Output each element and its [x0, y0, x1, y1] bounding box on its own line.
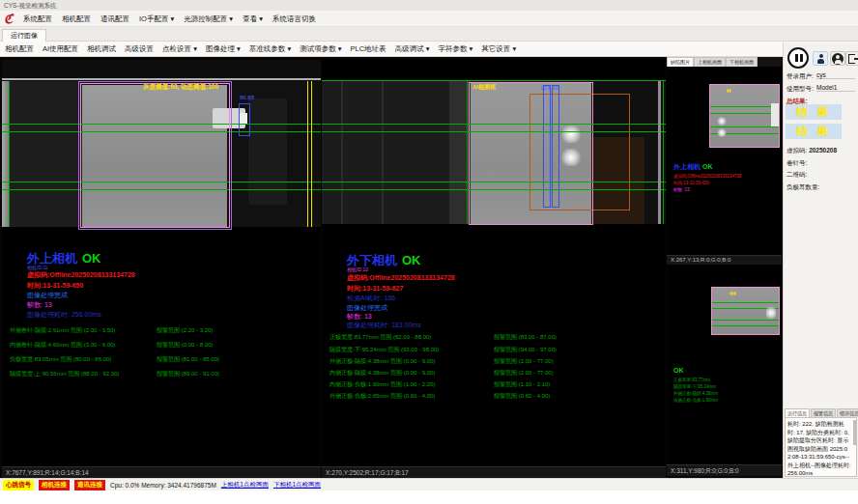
tool-camera-config[interactable]: 相机配置 [5, 44, 34, 54]
thumbnail-lower[interactable]: ▮▮▮ OK 正极宽度:83.77mm 隔膜宽度-下:95.24mm 外侧正极-… [667, 265, 782, 464]
app-window: CYS-视觉检测系统 ℭ 系统配置 相机配置 通讯配置 IO手配置 ▾ 光源控制… [0, 0, 858, 504]
measurement-row: 隔膜宽度-下:95.24mm 范围:(93.00 - 98.00)报警范围:(9… [329, 346, 639, 354]
menu-item-language[interactable]: 系统语言切换 [272, 14, 316, 24]
info-scrollbar[interactable] [853, 420, 856, 445]
result-ok: OK [402, 253, 421, 267]
info-tab-run[interactable]: 运行信息 [785, 408, 810, 417]
measurement-row: 隔膜宽度-上:90.56mm 范围:(88.00 - 92.00)报警范围:(8… [10, 370, 319, 378]
pixel-readout-thumb-lower: X:311,Y:980;R:0;G:0;B:0 [667, 464, 782, 476]
pause-button[interactable] [787, 47, 809, 69]
operator-button[interactable] [830, 51, 845, 66]
roi-rect [469, 82, 593, 225]
toolbar: 相机配置 AI使用配置 相机调试 高级设置 点检设置 ▾ 图像处理 ▾ 基准线参… [0, 42, 858, 57]
measure-line [663, 81, 664, 224]
camera-connect-badge: 相机连接 [39, 480, 70, 490]
login-user-label: 登录用户: [786, 72, 814, 81]
measurement-row: 内侧卷针-隔膜:4.60mm 范围:(3.00 - 6.00)报警范围:(0.0… [10, 341, 319, 350]
info-tab-alarm[interactable]: 报警信息 [811, 408, 836, 417]
run-info-log[interactable]: 耗时: 222, 缺陷检测耗时: 17, 缺陷分类耗时: 0, 缺陷提取分区耗时… [785, 417, 857, 477]
edge-marker-line [311, 81, 312, 227]
user-icon [817, 54, 824, 64]
window-title: CYS-视觉检测系统 [0, 0, 858, 11]
measurement-row: 外侧正极-隔膜:4.38mm 范围:(0.00 - 9.00)报警范围:(2.0… [329, 357, 639, 366]
tool-image-processing[interactable]: 图像处理 ▾ [206, 44, 241, 54]
measure-line [322, 131, 666, 132]
menu-item-view[interactable]: 查看 ▾ [243, 14, 263, 24]
thumb-tab-upper-cam[interactable]: 上相机画面 [694, 57, 726, 67]
camera-view-lower[interactable]: AI检测框 123.60 外下相机OK 相机ID:10 虚拟码:Offline2… [322, 60, 666, 466]
virtual-code: 虚拟码:Offline20250208133134728 [347, 273, 455, 283]
logout-arrow-icon [854, 58, 858, 60]
measure-line [322, 124, 666, 125]
app-logo-icon: ℭ [4, 12, 13, 27]
machine-part [10, 81, 82, 227]
cpu-memory-readout: Cpu: 0.0% Memory: 3424.41796875M [110, 482, 216, 489]
tool-char-params[interactable]: 字符参数 ▾ [438, 44, 472, 54]
menu-bar: ℭ 系统配置 相机配置 通讯配置 IO手配置 ▾ 光源控制配置 ▾ 查看 ▾ 系… [0, 11, 858, 27]
measurement-row: 内侧正极-隔膜:4.38mm 范围:(0.00 - 9.00)报警范围:(2.0… [329, 369, 639, 378]
edge-marker-line [307, 81, 308, 227]
virtual-code: 虚拟码:Offline20250208133134728 [27, 270, 135, 280]
thumb-result-ok: OK [673, 367, 684, 374]
measure-line [322, 182, 666, 182]
roi-rect [80, 83, 230, 228]
tool-plc-table[interactable]: PLC地址表 [351, 44, 386, 54]
thumb-tab-lower-cam[interactable]: 下相机画面 [726, 57, 758, 67]
machine-edge [658, 81, 661, 224]
tool-other-settings[interactable]: 其它设置 ▾ [481, 44, 516, 54]
ai-roi-annotation: AI检测框 [472, 83, 496, 92]
status-bar: 心跳信号 相机连接 通讯连接 Cpu: 0.0% Memory: 3424.41… [0, 478, 858, 490]
upper-cam-spotcheck-link[interactable]: 上相机1点检画面 [221, 481, 269, 490]
comm-connect-badge: 通讯连接 [74, 480, 105, 490]
measurement-row: 外侧正极-负极:2.65mm 范围:(0.60 - 4.00)报警范围:(0.6… [329, 392, 639, 401]
thumb-measurement: 正极宽度:83.77mm [673, 377, 710, 383]
threshold-annotation: ▮▮▮ [729, 291, 736, 295]
camera-name: 外下相机 [347, 253, 397, 267]
measure-line [710, 106, 779, 107]
tool-advanced-debug[interactable]: 高级调试 ▾ [395, 44, 430, 54]
tool-baseline-params[interactable]: 基准线参数 ▾ [249, 44, 291, 54]
value-annotation: 86.88 [240, 95, 254, 100]
info-tab-error[interactable]: 错误信息 [837, 408, 858, 417]
tab-run-image[interactable]: 运行图像 [2, 29, 46, 42]
user-button[interactable] [813, 51, 828, 66]
value-annotation: 123.60 [540, 85, 558, 91]
pause-icon [795, 54, 798, 62]
result-badge-lower: 结 果 [786, 124, 842, 139]
user-dark-icon [832, 53, 844, 65]
menu-item-system-config[interactable]: 系统配置 [23, 14, 52, 24]
tool-camera-debug[interactable]: 相机调试 [87, 44, 116, 54]
tool-ai-config[interactable]: AI使用配置 [43, 44, 78, 54]
tool-spotcheck-settings[interactable]: 点检设置 ▾ [162, 44, 197, 54]
process-time: 图像处理耗时: 183.00ms [347, 321, 421, 330]
qr-code-label: 二维码: [786, 171, 807, 180]
measurement-row: 正极宽度:83.77mm 范围:(82.00 - 88.00)报警范围:(83.… [329, 333, 639, 342]
thumb-tab-defect[interactable]: 缺陷图片 [667, 57, 694, 67]
capture-time: 时间:13-31-59-650 [27, 281, 83, 291]
measure-line [322, 189, 666, 190]
frame-count: 帧数: 13 [27, 300, 52, 310]
tab-glow-spot [717, 117, 727, 126]
result-ok: OK [82, 251, 101, 266]
detect-rect [239, 103, 250, 136]
info-tabs: 运行信息 报警信息 错误信息 [785, 408, 858, 417]
tab-glow-spot [717, 128, 727, 137]
thumb-measurement: 内侧正极-负极:1.90mm [673, 397, 718, 404]
thumbnail-upper[interactable]: ▮▮ 外上相机OK 虚拟码:Offline20250208133134728 时… [667, 67, 782, 255]
pixel-readout-thumb-upper: X:267,Y:13;R:0;G:0;B:0 [667, 255, 782, 265]
neg-tab-count-label: 负极耳数量: [786, 183, 819, 192]
threshold-annotation: ▮▮ [727, 88, 730, 93]
lower-cam-spotcheck-link[interactable]: 下相机1点检画面 [273, 481, 321, 490]
camera-view-upper[interactable]: 灰度阈值:93, 动态阈值:100 86.88 外上相机OK 相机ID:11 虚… [2, 60, 321, 466]
virtual-code-value: 20250208 [809, 147, 837, 154]
menu-item-io-config[interactable]: IO手配置 ▾ [139, 14, 174, 24]
heartbeat-badge: 心跳信号 [3, 480, 34, 490]
measure-line [712, 325, 779, 326]
tool-test-params[interactable]: 测试项参数 ▾ [300, 44, 341, 54]
menu-item-camera-config[interactable]: 相机配置 [62, 14, 91, 24]
menu-item-comm-config[interactable]: 通讯配置 [100, 14, 129, 24]
menu-item-light-config[interactable]: 光源控制配置 ▾ [184, 14, 233, 24]
logout-button[interactable] [845, 51, 858, 66]
pixel-readout-upper: X:7677,Y:891;R:14;G:14;B:14 [2, 466, 321, 478]
tool-advanced-settings[interactable]: 高级设置 [125, 44, 154, 54]
